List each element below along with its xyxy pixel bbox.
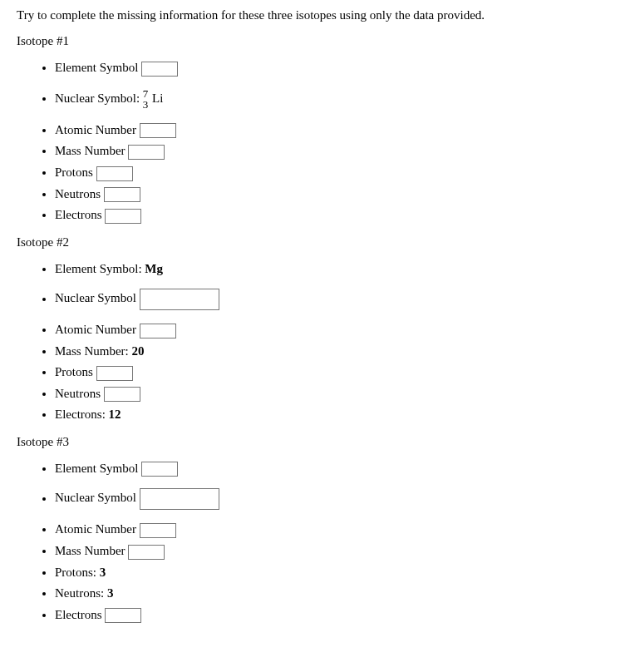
electrons-label: Electrons bbox=[55, 408, 102, 421]
element-symbol-label: Element Symbol bbox=[55, 61, 138, 74]
nuclear-mass-number: 7 bbox=[143, 88, 149, 100]
isotope-1-protons-input[interactable] bbox=[96, 166, 133, 181]
nuclear-symbol-label: Nuclear Symbol bbox=[55, 292, 136, 305]
colon: : bbox=[101, 586, 107, 600]
colon: : bbox=[126, 344, 132, 358]
protons-label: Protons bbox=[55, 365, 93, 378]
element-symbol-label: Element Symbol bbox=[55, 262, 138, 275]
isotope-2-element-symbol-value: Mg bbox=[145, 262, 163, 275]
instructions-text: Try to complete the missing information … bbox=[17, 8, 618, 22]
nuclear-element: Li bbox=[152, 91, 163, 107]
mass-number-label: Mass Number bbox=[55, 344, 126, 358]
protons-label: Protons bbox=[55, 566, 93, 579]
isotope-2-list: Element Symbol: Mg Nuclear Symbol Atomic… bbox=[17, 261, 618, 423]
isotope-1-neutrons-input[interactable] bbox=[104, 187, 140, 202]
isotope-2-title: Isotope #2 bbox=[17, 235, 618, 250]
atomic-number-label: Atomic Number bbox=[55, 323, 136, 336]
colon: : bbox=[102, 408, 109, 421]
colon: : bbox=[93, 566, 100, 579]
nuclear-symbol-label: Nuclear Symbol bbox=[55, 492, 136, 505]
isotope-2-neutrons-input[interactable] bbox=[104, 387, 140, 402]
colon: : bbox=[136, 91, 143, 105]
isotope-2-electrons-value: 12 bbox=[109, 408, 121, 421]
isotope-2-atomic-number-input[interactable] bbox=[140, 324, 176, 338]
mass-number-label: Mass Number bbox=[55, 544, 126, 557]
isotope-1-nuclear-symbol-value: 7 3 Li bbox=[143, 88, 164, 111]
atomic-number-label: Atomic Number bbox=[55, 123, 136, 136]
nuclear-atomic-number: 3 bbox=[143, 99, 149, 111]
isotope-3-atomic-number-input[interactable] bbox=[140, 523, 176, 538]
isotope-3-electrons-input[interactable] bbox=[105, 608, 141, 623]
electrons-label: Electrons bbox=[55, 608, 102, 621]
neutrons-label: Neutrons bbox=[55, 187, 101, 200]
isotope-2-protons-input[interactable] bbox=[96, 366, 133, 381]
isotope-1-title: Isotope #1 bbox=[17, 34, 618, 48]
isotope-3-title: Isotope #3 bbox=[17, 435, 618, 449]
isotope-3-element-symbol-input[interactable] bbox=[141, 462, 178, 477]
element-symbol-label: Element Symbol bbox=[55, 462, 138, 475]
isotope-1-electrons-input[interactable] bbox=[105, 209, 141, 224]
isotope-3-mass-number-input[interactable] bbox=[128, 545, 165, 560]
isotope-3-list: Element Symbol Nuclear Symbol Atomic Num… bbox=[17, 461, 618, 623]
isotope-3-nuclear-symbol-input[interactable] bbox=[140, 488, 219, 510]
isotope-1-list: Element Symbol Nuclear Symbol: 7 3 Li At… bbox=[17, 60, 618, 224]
isotope-2-mass-number-value: 20 bbox=[132, 344, 145, 358]
isotope-2-nuclear-symbol-input[interactable] bbox=[140, 289, 219, 310]
electrons-label: Electrons bbox=[55, 208, 102, 221]
protons-label: Protons bbox=[55, 166, 93, 179]
isotope-1-mass-number-input[interactable] bbox=[128, 145, 165, 160]
isotope-3-protons-value: 3 bbox=[100, 566, 106, 579]
mass-number-label: Mass Number bbox=[55, 144, 126, 157]
isotope-3-neutrons-value: 3 bbox=[107, 586, 114, 600]
nuclear-symbol-label: Nuclear Symbol bbox=[55, 91, 136, 105]
neutrons-label: Neutrons bbox=[55, 586, 101, 600]
isotope-1-atomic-number-input[interactable] bbox=[140, 123, 176, 138]
atomic-number-label: Atomic Number bbox=[55, 522, 136, 536]
isotope-1-element-symbol-input[interactable] bbox=[141, 62, 178, 77]
neutrons-label: Neutrons bbox=[55, 387, 101, 400]
